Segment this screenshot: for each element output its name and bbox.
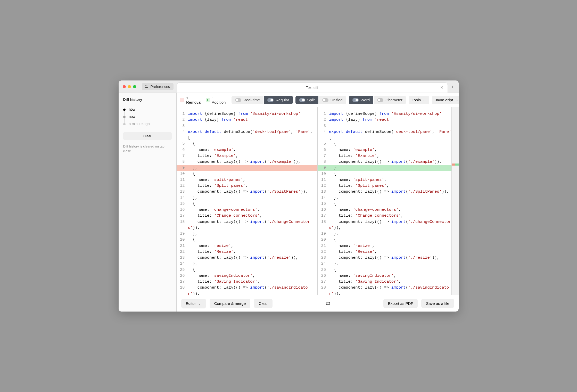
history-item[interactable]: now [123, 113, 172, 120]
code-line: 25 { [318, 267, 459, 273]
compare-merge-button[interactable]: Compare & merge [210, 299, 251, 308]
line-content: title: 'Example', [329, 153, 459, 159]
line-number: 20 [318, 237, 329, 243]
clear-button[interactable]: Clear [254, 299, 273, 308]
close-window-button[interactable] [123, 85, 126, 88]
line-number: 16 [177, 207, 188, 213]
right-pane[interactable]: 1import {defineScope} from '@sanity/ui-w… [317, 107, 459, 295]
line-content: component: lazy(() => import('./SplitPan… [188, 189, 318, 195]
line-content: title: 'Saving Indicator', [188, 279, 318, 285]
line-number: 19 [177, 231, 188, 237]
code-line: 7 title: 'Example', [318, 153, 459, 159]
line-number: 15 [177, 201, 188, 207]
line-content: title: 'Change connectors', [329, 213, 459, 219]
code-line: 5 { [177, 141, 318, 147]
minimize-window-button[interactable] [128, 85, 131, 88]
line-number: 1 [177, 111, 188, 117]
line-content: component: lazy(() => import('./example'… [188, 159, 318, 165]
line-content: component: lazy(() => import('./SplitPan… [329, 189, 459, 195]
export-pdf-button[interactable]: Export as PDF [383, 299, 418, 308]
clear-history-button[interactable]: Clear [123, 132, 172, 140]
regular-toggle[interactable]: Regular [263, 96, 293, 104]
code-line: 20 { [318, 237, 459, 243]
preferences-button[interactable]: Preferences [142, 83, 174, 90]
language-label: JavaScript [435, 98, 453, 102]
diff-history-list: nownowa minute ago [123, 106, 172, 127]
code-line: 15 { [318, 201, 459, 207]
removals-label: 1 Removal [186, 96, 202, 104]
svg-point-2 [145, 85, 146, 86]
line-number: 16 [318, 207, 329, 213]
save-as-file-button[interactable]: Save as a file [421, 299, 454, 308]
line-number: 8 [318, 159, 329, 165]
toggle-icon [377, 98, 383, 102]
line-number: 14 [177, 195, 188, 201]
code-line: 23 component: lazy(() => import('./resiz… [177, 255, 318, 261]
new-tab-button[interactable]: ＋ [448, 83, 457, 91]
tab-close-button[interactable]: ✕ [439, 85, 444, 91]
swap-arrows-icon: ⇄ [326, 300, 330, 307]
line-content: }, [188, 261, 318, 267]
line-number: 18 [177, 219, 188, 225]
line-number: 7 [177, 153, 188, 159]
split-toggle[interactable]: Split [295, 96, 318, 104]
titlebar: Preferences Text diff ✕ ＋ [119, 80, 459, 93]
character-label: Character [385, 98, 402, 102]
line-content: component: lazy(() => import('./changeCo… [329, 219, 459, 231]
code-line: 24 }, [318, 261, 459, 267]
svg-point-3 [146, 87, 147, 88]
code-line: 19 }, [177, 231, 318, 237]
toggle-icon [322, 98, 328, 102]
editor-dropdown[interactable]: Editor ⌄ [181, 299, 206, 308]
line-number: 5 [177, 141, 188, 147]
line-number: 28 [318, 285, 329, 291]
code-line: 4export default defineScope('desk-tool/p… [318, 129, 459, 141]
line-content: { [329, 267, 459, 273]
code-line: 14 }, [318, 195, 459, 201]
line-content: { [329, 141, 459, 147]
line-content: name: 'resize', [188, 243, 318, 249]
diff-history-sidebar: Diff history nownowa minute ago Clear Di… [119, 93, 177, 312]
line-content: title: 'Change connectors', [188, 213, 318, 219]
word-toggle[interactable]: Word [349, 96, 374, 104]
unified-toggle[interactable]: Unified [318, 96, 346, 104]
code-line: 25 { [177, 267, 318, 273]
character-toggle[interactable]: Character [373, 96, 406, 104]
code-line: 9 } [318, 165, 459, 171]
line-content: }, [188, 195, 318, 201]
code-line: 17 title: 'Change connectors', [177, 213, 318, 219]
line-number: 3 [177, 123, 188, 129]
unified-label: Unified [331, 98, 343, 102]
tools-dropdown[interactable]: Tools ⌄ [409, 96, 429, 104]
code-line: 3 [177, 123, 318, 129]
removals-count: − 1 Removal [180, 96, 202, 104]
line-number: 22 [177, 249, 188, 255]
left-pane[interactable]: 1import {defineScope} from '@sanity/ui-w… [177, 107, 318, 295]
minus-badge: − [180, 98, 184, 102]
additions-count: + 1 Addition [206, 96, 226, 104]
right-code: 1import {defineScope} from '@sanity/ui-w… [318, 107, 459, 295]
history-item[interactable]: now [123, 106, 172, 113]
realtime-toggle[interactable]: Real-time [232, 96, 263, 104]
line-number: 13 [318, 189, 329, 195]
line-content: title: 'Saving Indicator', [329, 279, 459, 285]
code-line: 16 name: 'change-connectors', [177, 207, 318, 213]
main-panel: − 1 Removal + 1 Addition Real-timeRegula… [177, 93, 459, 312]
line-number: 11 [177, 177, 188, 183]
zoom-window-button[interactable] [133, 85, 136, 88]
line-number: 4 [177, 129, 188, 135]
line-number: 1 [318, 111, 329, 117]
swap-sides-button[interactable]: ⇄ [323, 299, 333, 308]
sliders-icon [144, 85, 149, 89]
line-content: name: 'split-panes', [329, 177, 459, 183]
language-dropdown[interactable]: JavaScript ⌄ [432, 96, 459, 104]
line-number: 25 [177, 267, 188, 273]
line-content: export default defineScope('desk-tool/pa… [329, 129, 459, 141]
line-content: title: 'Resize', [188, 249, 318, 255]
code-line: 4export default defineScope('desk-tool/p… [177, 129, 318, 141]
tab-text-diff[interactable]: Text diff ✕ [177, 83, 448, 93]
minimap-removal-mark [452, 164, 455, 166]
diff-minimap[interactable] [451, 107, 459, 295]
history-item[interactable]: a minute ago [123, 120, 172, 127]
line-number: 22 [318, 249, 329, 255]
